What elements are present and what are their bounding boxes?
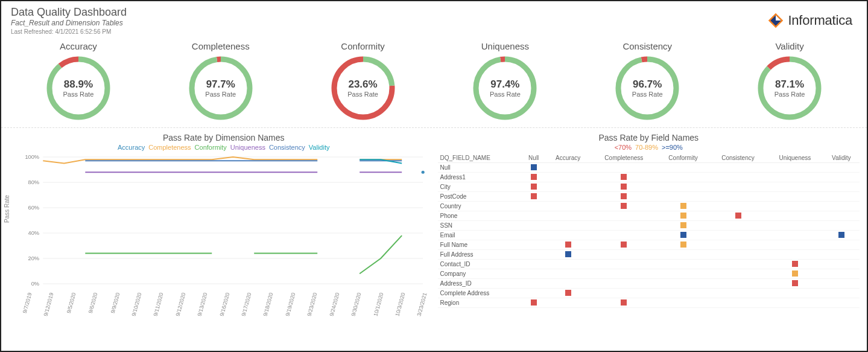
matrix-cell [657, 173, 709, 182]
matrix-marker-red [531, 174, 537, 180]
matrix-marker-blue [838, 232, 844, 238]
matrix-field-name: Null [438, 163, 522, 173]
matrix-field-name: PostCode [438, 192, 522, 202]
matrix-col[interactable]: Completeness [591, 153, 657, 163]
legend-item[interactable]: <70% [615, 144, 632, 151]
matrix-row[interactable]: Region [438, 298, 860, 308]
matrix-cell [823, 192, 860, 202]
gauge-accuracy[interactable]: Accuracy88.9%Pass Rate [10, 41, 147, 121]
matrix-row[interactable]: PostCode [438, 192, 860, 202]
legend-item[interactable]: Validity [309, 144, 330, 151]
matrix-row[interactable]: Email [438, 231, 860, 240]
matrix-cell [709, 250, 767, 260]
matrix-cell [591, 250, 657, 260]
matrix-cell [545, 260, 591, 269]
matrix-marker-red [735, 213, 741, 219]
donut-pct: 97.7% [188, 78, 254, 91]
matrix-cell [823, 240, 860, 250]
matrix-cell [591, 163, 657, 173]
matrix-cell [545, 279, 591, 289]
matrix-marker-orange [792, 270, 798, 277]
matrix-marker-red [621, 299, 627, 306]
gauge-uniqueness[interactable]: Uniqueness97.4%Pass Rate [437, 41, 573, 121]
matrix-cell [545, 250, 591, 260]
matrix-row[interactable]: Complete Address [438, 289, 860, 298]
gauge-title: Uniqueness [437, 41, 573, 51]
matrix-cell [709, 163, 767, 173]
matrix-row[interactable]: Null [438, 163, 860, 173]
matrix-cell [767, 231, 823, 240]
matrix-col[interactable]: Conformity [657, 153, 709, 163]
matrix-row[interactable]: Full Address [438, 250, 860, 260]
matrix-marker-red [792, 261, 798, 267]
matrix-row[interactable]: Address1 [438, 173, 860, 182]
x-tick: 9/10/2020 [128, 292, 142, 324]
donut-pct: 87.1% [756, 78, 823, 91]
matrix-row[interactable]: Address_ID [438, 279, 860, 289]
matrix-col[interactable]: Null [522, 153, 545, 163]
matrix-row[interactable]: Phone [438, 211, 860, 221]
matrix-col[interactable]: Consistency [709, 153, 767, 163]
matrix-cell [657, 192, 709, 202]
matrix-cell [657, 231, 709, 240]
matrix-cell [767, 163, 823, 173]
matrix-col[interactable]: Validity [823, 153, 860, 163]
matrix-cell [657, 182, 709, 192]
legend-item[interactable]: Conformity [195, 144, 227, 151]
matrix-marker-red [531, 193, 537, 199]
x-tick: 9/5/2020 [63, 292, 77, 324]
matrix-cell [522, 163, 545, 173]
matrix-cell [522, 192, 545, 202]
legend-item[interactable]: >=90% [662, 144, 683, 151]
matrix-row[interactable]: City [438, 182, 860, 192]
x-tick: 9/12/2020 [173, 292, 186, 324]
matrix-cell [657, 202, 709, 211]
matrix-table[interactable]: DQ_FIELD_NAMENullAccuracyCompletenessCon… [438, 153, 860, 308]
matrix-row[interactable]: Full Name [438, 240, 860, 250]
matrix-cell [709, 202, 767, 211]
legend-item[interactable]: Accuracy [118, 144, 145, 151]
legend-item[interactable]: Consistency [269, 144, 305, 151]
matrix-cell [709, 269, 767, 279]
matrix-row[interactable]: Country [438, 202, 860, 211]
line-chart-y-label: Pass Rate [4, 195, 10, 223]
gauge-title: Consistency [579, 41, 715, 51]
legend-item[interactable]: Uniqueness [230, 144, 265, 151]
matrix-cell [709, 221, 767, 231]
matrix-cell [522, 173, 545, 182]
matrix-marker-red [531, 299, 537, 306]
gauge-completeness[interactable]: Completeness97.7%Pass Rate [153, 41, 289, 121]
matrix-cell [823, 182, 860, 192]
matrix-row[interactable]: Company [438, 269, 860, 279]
matrix-row[interactable]: Contact_ID [438, 260, 860, 269]
matrix-field-name: Company [438, 269, 522, 279]
page-title: Data Quality Dashboard [11, 6, 857, 19]
matrix-col[interactable]: Accuracy [545, 153, 591, 163]
legend-item[interactable]: 70-89% [635, 144, 658, 151]
matrix-cell [591, 231, 657, 240]
x-tick: 9/6/2020 [85, 292, 99, 324]
gauge-title: Accuracy [10, 41, 147, 51]
matrix-cell [591, 192, 657, 202]
line-chart[interactable]: 0%20%40%60%80%100% [18, 151, 429, 290]
matrix-cell [545, 231, 591, 240]
matrix-cell [657, 240, 709, 250]
matrix-row[interactable]: SSN [438, 221, 860, 231]
matrix-cell [709, 173, 767, 182]
donut: 97.4%Pass Rate [472, 55, 538, 121]
gauge-conformity[interactable]: Conformity23.6%Pass Rate [294, 41, 431, 121]
donut: 97.7%Pass Rate [188, 55, 254, 121]
gauge-consistency[interactable]: Consistency96.7%Pass Rate [579, 41, 715, 121]
matrix-field-name: Country [438, 202, 522, 211]
charts-row: Pass Rate by Dimension Names AccuracyCom… [1, 128, 867, 333]
matrix-col[interactable]: Uniqueness [767, 153, 823, 163]
legend-item[interactable]: Completeness [148, 144, 191, 151]
matrix-cell [767, 202, 823, 211]
matrix-cell [709, 231, 767, 240]
matrix-cell [823, 289, 860, 298]
matrix-cell [709, 289, 767, 298]
matrix-cell [545, 221, 591, 231]
gauge-validity[interactable]: Validity87.1%Pass Rate [721, 41, 858, 121]
donut: 87.1%Pass Rate [756, 55, 823, 121]
matrix-cell [767, 279, 823, 289]
